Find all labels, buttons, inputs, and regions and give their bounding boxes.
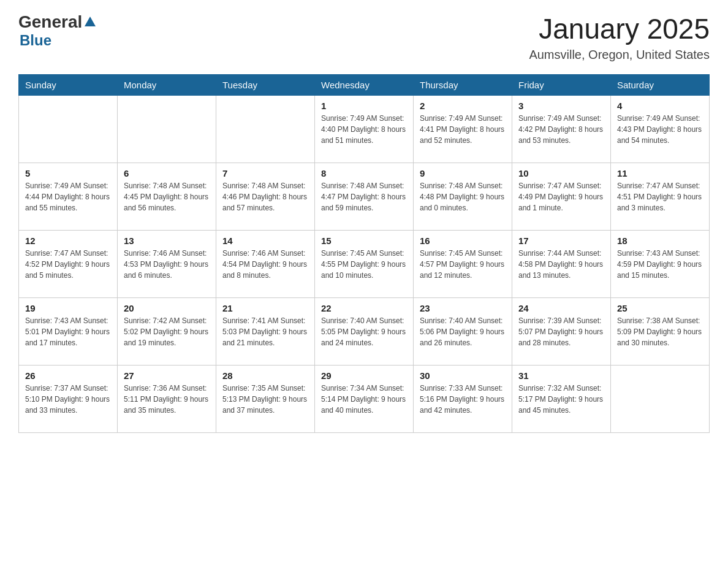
day-number: 17	[518, 236, 604, 246]
day-number: 30	[420, 370, 506, 381]
day-info: Sunrise: 7:43 AM Sunset: 4:59 PM Dayligh…	[617, 248, 703, 281]
logo-general-text: General	[18, 12, 82, 32]
day-number: 16	[420, 236, 506, 246]
day-info: Sunrise: 7:38 AM Sunset: 5:09 PM Dayligh…	[617, 315, 703, 348]
day-number: 9	[420, 168, 506, 178]
day-number: 10	[518, 168, 604, 178]
calendar-cell: 18Sunrise: 7:43 AM Sunset: 4:59 PM Dayli…	[611, 231, 710, 298]
day-info: Sunrise: 7:46 AM Sunset: 4:54 PM Dayligh…	[222, 248, 308, 281]
logo: General Blue	[18, 12, 96, 49]
calendar-cell: 14Sunrise: 7:46 AM Sunset: 4:54 PM Dayli…	[216, 231, 315, 298]
day-info: Sunrise: 7:44 AM Sunset: 4:58 PM Dayligh…	[518, 248, 604, 281]
calendar-cell: 7Sunrise: 7:48 AM Sunset: 4:46 PM Daylig…	[216, 163, 315, 231]
day-of-week-header: Thursday	[414, 75, 512, 96]
day-number: 26	[25, 370, 111, 381]
day-info: Sunrise: 7:49 AM Sunset: 4:42 PM Dayligh…	[518, 113, 604, 146]
calendar-cell: 19Sunrise: 7:43 AM Sunset: 5:01 PM Dayli…	[19, 298, 118, 366]
day-info: Sunrise: 7:43 AM Sunset: 5:01 PM Dayligh…	[25, 315, 111, 348]
calendar-cell: 6Sunrise: 7:48 AM Sunset: 4:45 PM Daylig…	[118, 163, 216, 231]
day-number: 24	[518, 303, 604, 313]
calendar-table: SundayMondayTuesdayWednesdayThursdayFrid…	[18, 74, 710, 433]
svg-marker-0	[85, 17, 96, 26]
day-number: 21	[222, 303, 308, 313]
day-number: 14	[222, 236, 308, 246]
day-number: 11	[617, 168, 703, 178]
day-number: 8	[321, 168, 407, 178]
day-info: Sunrise: 7:46 AM Sunset: 4:53 PM Dayligh…	[124, 248, 210, 281]
day-of-week-header: Wednesday	[315, 75, 414, 96]
logo-blue-text: Blue	[20, 32, 96, 49]
subtitle: Aumsville, Oregon, United States	[529, 48, 710, 62]
calendar-cell: 23Sunrise: 7:40 AM Sunset: 5:06 PM Dayli…	[414, 298, 512, 366]
calendar-cell	[19, 96, 118, 163]
logo-triangle-icon	[85, 15, 96, 29]
day-info: Sunrise: 7:37 AM Sunset: 5:10 PM Dayligh…	[25, 383, 111, 416]
calendar-cell: 2Sunrise: 7:49 AM Sunset: 4:41 PM Daylig…	[414, 96, 512, 163]
calendar-week-row: 26Sunrise: 7:37 AM Sunset: 5:10 PM Dayli…	[19, 366, 710, 433]
day-info: Sunrise: 7:40 AM Sunset: 5:06 PM Dayligh…	[420, 315, 506, 348]
day-number: 7	[222, 168, 308, 178]
calendar-week-row: 5Sunrise: 7:49 AM Sunset: 4:44 PM Daylig…	[19, 163, 710, 231]
day-info: Sunrise: 7:42 AM Sunset: 5:02 PM Dayligh…	[124, 315, 210, 348]
calendar-cell: 13Sunrise: 7:46 AM Sunset: 4:53 PM Dayli…	[118, 231, 216, 298]
day-number: 18	[617, 236, 703, 246]
day-info: Sunrise: 7:49 AM Sunset: 4:40 PM Dayligh…	[321, 113, 407, 146]
day-number: 1	[321, 101, 407, 111]
day-info: Sunrise: 7:34 AM Sunset: 5:14 PM Dayligh…	[321, 383, 407, 416]
day-number: 27	[124, 370, 210, 381]
day-info: Sunrise: 7:49 AM Sunset: 4:43 PM Dayligh…	[617, 113, 703, 146]
day-of-week-header: Friday	[512, 75, 611, 96]
calendar-cell: 31Sunrise: 7:32 AM Sunset: 5:17 PM Dayli…	[512, 366, 611, 433]
day-number: 25	[617, 303, 703, 313]
day-info: Sunrise: 7:48 AM Sunset: 4:46 PM Dayligh…	[222, 180, 308, 213]
day-info: Sunrise: 7:48 AM Sunset: 4:47 PM Dayligh…	[321, 180, 407, 213]
day-of-week-header: Sunday	[19, 75, 118, 96]
calendar-cell	[118, 96, 216, 163]
day-info: Sunrise: 7:36 AM Sunset: 5:11 PM Dayligh…	[124, 383, 210, 416]
calendar-cell: 26Sunrise: 7:37 AM Sunset: 5:10 PM Dayli…	[19, 366, 118, 433]
calendar-cell: 5Sunrise: 7:49 AM Sunset: 4:44 PM Daylig…	[19, 163, 118, 231]
calendar-cell	[216, 96, 315, 163]
day-number: 22	[321, 303, 407, 313]
calendar-week-row: 19Sunrise: 7:43 AM Sunset: 5:01 PM Dayli…	[19, 298, 710, 366]
day-info: Sunrise: 7:49 AM Sunset: 4:44 PM Dayligh…	[25, 180, 111, 213]
calendar-cell: 29Sunrise: 7:34 AM Sunset: 5:14 PM Dayli…	[315, 366, 414, 433]
day-number: 2	[420, 101, 506, 111]
calendar-cell: 10Sunrise: 7:47 AM Sunset: 4:49 PM Dayli…	[512, 163, 611, 231]
day-info: Sunrise: 7:45 AM Sunset: 4:55 PM Dayligh…	[321, 248, 407, 281]
day-info: Sunrise: 7:39 AM Sunset: 5:07 PM Dayligh…	[518, 315, 604, 348]
calendar-cell: 30Sunrise: 7:33 AM Sunset: 5:16 PM Dayli…	[414, 366, 512, 433]
day-number: 4	[617, 101, 703, 111]
calendar-cell: 4Sunrise: 7:49 AM Sunset: 4:43 PM Daylig…	[611, 96, 710, 163]
day-info: Sunrise: 7:47 AM Sunset: 4:51 PM Dayligh…	[617, 180, 703, 213]
day-info: Sunrise: 7:32 AM Sunset: 5:17 PM Dayligh…	[518, 383, 604, 416]
day-of-week-header: Saturday	[611, 75, 710, 96]
day-info: Sunrise: 7:35 AM Sunset: 5:13 PM Dayligh…	[222, 383, 308, 416]
day-number: 6	[124, 168, 210, 178]
day-info: Sunrise: 7:48 AM Sunset: 4:48 PM Dayligh…	[420, 180, 506, 213]
calendar-cell: 21Sunrise: 7:41 AM Sunset: 5:03 PM Dayli…	[216, 298, 315, 366]
calendar-header-row: SundayMondayTuesdayWednesdayThursdayFrid…	[19, 75, 710, 96]
day-number: 12	[25, 236, 111, 246]
day-number: 20	[124, 303, 210, 313]
day-of-week-header: Monday	[118, 75, 216, 96]
day-number: 31	[518, 370, 604, 381]
calendar-cell: 8Sunrise: 7:48 AM Sunset: 4:47 PM Daylig…	[315, 163, 414, 231]
day-info: Sunrise: 7:41 AM Sunset: 5:03 PM Dayligh…	[222, 315, 308, 348]
calendar-cell: 12Sunrise: 7:47 AM Sunset: 4:52 PM Dayli…	[19, 231, 118, 298]
calendar-cell: 22Sunrise: 7:40 AM Sunset: 5:05 PM Dayli…	[315, 298, 414, 366]
header: General Blue January 2025 Aumsville, Ore…	[18, 12, 710, 62]
day-number: 23	[420, 303, 506, 313]
day-number: 5	[25, 168, 111, 178]
calendar-cell: 1Sunrise: 7:49 AM Sunset: 4:40 PM Daylig…	[315, 96, 414, 163]
calendar-cell: 16Sunrise: 7:45 AM Sunset: 4:57 PM Dayli…	[414, 231, 512, 298]
calendar-cell: 25Sunrise: 7:38 AM Sunset: 5:09 PM Dayli…	[611, 298, 710, 366]
day-info: Sunrise: 7:47 AM Sunset: 4:49 PM Dayligh…	[518, 180, 604, 213]
day-number: 3	[518, 101, 604, 111]
calendar-cell: 11Sunrise: 7:47 AM Sunset: 4:51 PM Dayli…	[611, 163, 710, 231]
day-number: 29	[321, 370, 407, 381]
day-info: Sunrise: 7:49 AM Sunset: 4:41 PM Dayligh…	[420, 113, 506, 146]
day-number: 28	[222, 370, 308, 381]
calendar-cell: 9Sunrise: 7:48 AM Sunset: 4:48 PM Daylig…	[414, 163, 512, 231]
calendar-cell: 15Sunrise: 7:45 AM Sunset: 4:55 PM Dayli…	[315, 231, 414, 298]
